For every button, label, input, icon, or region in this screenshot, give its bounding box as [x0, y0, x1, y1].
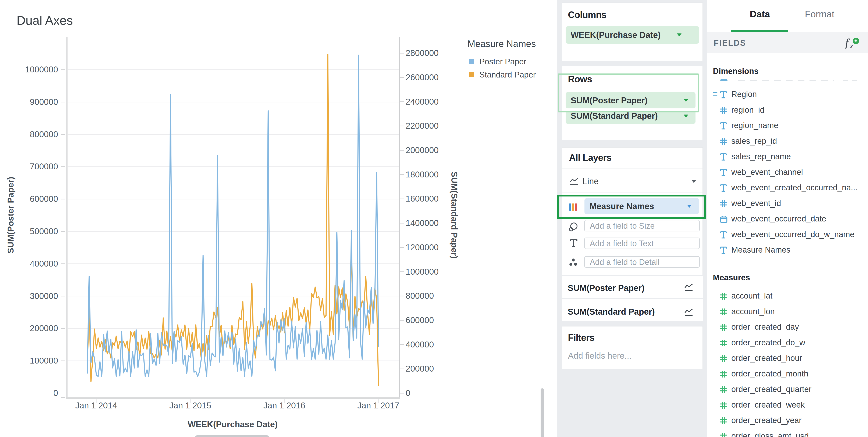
svg-text:2000000: 2000000	[406, 145, 439, 155]
svg-text:1800000: 1800000	[406, 170, 439, 179]
svg-text:2400000: 2400000	[406, 97, 439, 106]
svg-text:600000: 600000	[30, 194, 58, 203]
svg-text:400000: 400000	[406, 340, 434, 349]
svg-text:WEEK(Purchase Date): WEEK(Purchase Date)	[188, 419, 278, 429]
svg-text:0: 0	[53, 388, 58, 398]
svg-text:2600000: 2600000	[406, 73, 439, 82]
svg-text:SUM(Poster Paper): SUM(Poster Paper)	[6, 177, 15, 254]
svg-text:SUM(Standard Paper): SUM(Standard Paper)	[450, 171, 459, 259]
svg-text:2800000: 2800000	[406, 48, 439, 58]
svg-text:1200000: 1200000	[406, 243, 439, 252]
svg-text:300000: 300000	[30, 291, 58, 301]
svg-text:2200000: 2200000	[406, 121, 439, 130]
svg-text:Jan 1 2017: Jan 1 2017	[357, 401, 399, 410]
svg-text:1000000: 1000000	[406, 267, 439, 276]
svg-text:x: x	[849, 42, 853, 49]
svg-text:500000: 500000	[30, 227, 58, 236]
svg-text:1400000: 1400000	[406, 218, 439, 228]
svg-text:1000000: 1000000	[25, 65, 58, 74]
svg-text:1600000: 1600000	[406, 194, 439, 203]
svg-text:200000: 200000	[406, 364, 434, 373]
svg-text:600000: 600000	[406, 315, 434, 325]
svg-text:f: f	[845, 38, 850, 49]
svg-text:Poster Paper: Poster Paper	[479, 57, 526, 66]
svg-text:200000: 200000	[30, 324, 58, 333]
svg-text:100000: 100000	[30, 356, 58, 365]
svg-text:Measure Names: Measure Names	[467, 38, 536, 49]
svg-text:800000: 800000	[406, 291, 434, 300]
svg-text:700000: 700000	[30, 162, 58, 171]
svg-text:800000: 800000	[30, 130, 58, 139]
svg-text:400000: 400000	[30, 259, 58, 268]
svg-text:900000: 900000	[30, 97, 58, 106]
svg-text:Jan 1 2016: Jan 1 2016	[263, 401, 305, 410]
svg-text:Dual Axes: Dual Axes	[17, 13, 73, 28]
svg-text:Jan 1 2015: Jan 1 2015	[169, 401, 211, 410]
svg-text:0: 0	[406, 388, 410, 398]
svg-text:Standard Paper: Standard Paper	[479, 70, 536, 79]
svg-text:Jan 1 2014: Jan 1 2014	[75, 401, 117, 410]
